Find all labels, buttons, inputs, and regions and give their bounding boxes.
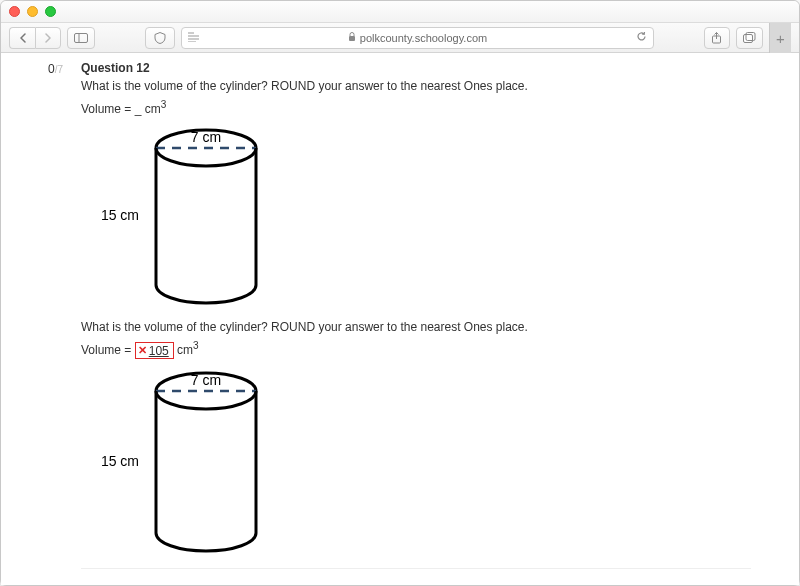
minimize-icon[interactable]	[27, 6, 38, 17]
cylinder-figure-2: 7 cm 15 cm	[81, 363, 751, 558]
sidebar-button[interactable]	[67, 27, 95, 49]
wrong-x-icon: ✕	[138, 344, 147, 357]
close-icon[interactable]	[9, 6, 20, 17]
svg-rect-0	[75, 33, 88, 42]
wrong-answer-box: ✕ 105	[135, 342, 174, 359]
question-row: 0/7 Question 12 What is the volume of th…	[41, 61, 751, 569]
cubed-exponent: 3	[161, 99, 167, 110]
height-label-2: 15 cm	[101, 453, 139, 469]
score-earned: 0	[48, 62, 55, 76]
content-area: 0/7 Question 12 What is the volume of th…	[1, 53, 799, 585]
titlebar	[1, 1, 799, 23]
cylinder-figure-1: 7 cm 15 cm	[81, 120, 751, 310]
volume-blank-text: Volume = _ cm	[81, 102, 161, 116]
divider	[81, 568, 751, 569]
height-label: 15 cm	[101, 207, 139, 223]
score-total: /7	[55, 64, 63, 75]
safari-window: polkcounty.schoology.com + 0/7	[0, 0, 800, 586]
svg-rect-6	[349, 36, 355, 41]
toolbar: polkcounty.schoology.com +	[1, 23, 799, 53]
url-text: polkcounty.schoology.com	[360, 32, 487, 44]
svg-rect-9	[743, 35, 752, 43]
question-title: Question 12	[81, 61, 751, 75]
page-scroll[interactable]: 0/7 Question 12 What is the volume of th…	[31, 53, 769, 585]
diameter-label-2: 7 cm	[191, 372, 221, 388]
privacy-report-button[interactable]	[145, 27, 175, 49]
tabs-button[interactable]	[736, 27, 763, 49]
share-button[interactable]	[704, 27, 730, 49]
question-body: Question 12 What is the volume of the cy…	[81, 61, 751, 569]
question-prompt-2: What is the volume of the cylinder? ROUN…	[81, 320, 751, 334]
new-tab-button[interactable]: +	[769, 23, 791, 53]
traffic-lights	[9, 6, 56, 17]
address-bar[interactable]: polkcounty.schoology.com	[181, 27, 655, 49]
volume-label: Volume =	[81, 343, 135, 357]
cubed-exponent-2: 3	[193, 340, 199, 351]
back-button[interactable]	[9, 27, 35, 49]
diameter-label: 7 cm	[191, 129, 221, 145]
volume-answer-line: Volume = ✕ 105 cm3	[81, 340, 751, 359]
reload-icon[interactable]	[636, 31, 647, 44]
question-prompt: What is the volume of the cylinder? ROUN…	[81, 79, 751, 93]
forward-button[interactable]	[35, 27, 61, 49]
score-display: 0/7	[41, 61, 63, 76]
wrong-answer-value: 105	[149, 344, 169, 358]
unit-text: cm	[177, 343, 193, 357]
right-gutter	[769, 53, 799, 585]
lock-icon	[348, 32, 356, 44]
nav-buttons	[9, 27, 61, 49]
zoom-icon[interactable]	[45, 6, 56, 17]
left-gutter	[1, 53, 31, 585]
question-container: 0/7 Question 12 What is the volume of th…	[31, 53, 769, 581]
volume-blank-line: Volume = _ cm3	[81, 99, 751, 116]
reader-icon[interactable]	[188, 32, 199, 44]
plus-icon: +	[776, 30, 785, 47]
